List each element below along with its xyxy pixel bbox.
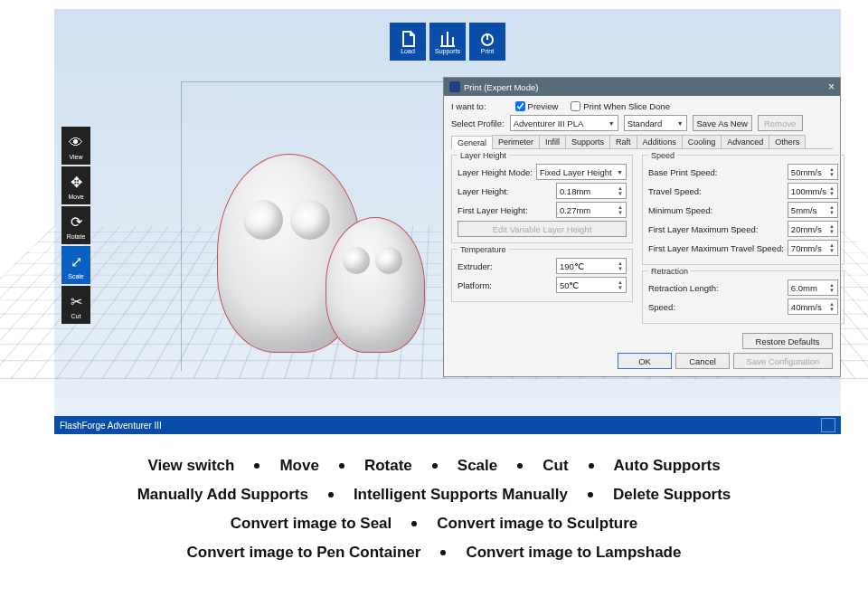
- bullet-icon: [339, 463, 344, 469]
- feature-item: Manually Add Supports: [137, 486, 308, 504]
- bullet-icon: [517, 463, 523, 469]
- retract-length-input[interactable]: 6.0mm▲▼: [788, 280, 838, 296]
- cut-label: Cut: [71, 313, 81, 319]
- print-dialog: Print (Expert Mode) × I want to: Preview…: [443, 77, 841, 377]
- scale-tool[interactable]: ⤢Scale: [61, 246, 90, 284]
- bullet-icon: [328, 492, 334, 498]
- supports-button[interactable]: Supports: [429, 23, 466, 61]
- power-icon: [478, 30, 496, 48]
- print-slice-done-checkbox[interactable]: Print When Slice Done: [571, 101, 670, 111]
- select-profile-label: Select Profile:: [451, 118, 505, 128]
- scale-icon: ⤢: [65, 251, 87, 273]
- spinner-icon: ▲▼: [829, 223, 835, 234]
- feature-item: Convert image to Seal: [231, 515, 392, 533]
- preview-text: Preview: [528, 101, 559, 111]
- tab-general[interactable]: General: [451, 136, 493, 149]
- min-speed-input[interactable]: 5mm/s▲▼: [788, 202, 838, 218]
- spinner-icon: ▲▼: [618, 204, 623, 215]
- tab-advanced[interactable]: Advanced: [721, 135, 769, 148]
- preview-checkbox[interactable]: Preview: [515, 101, 559, 111]
- temperature-legend: Temperature: [458, 245, 509, 254]
- extruder-label: Extruder:: [458, 261, 552, 271]
- rotate-label: Rotate: [67, 233, 86, 240]
- bullet-icon: [440, 550, 446, 555]
- spinner-icon: ▲▼: [829, 166, 835, 177]
- fl-trav-speed-label: First Layer Maximum Travel Speed:: [648, 243, 784, 253]
- cancel-button[interactable]: Cancel: [675, 353, 730, 369]
- lh-mode-select[interactable]: Fixed Layer Height▼: [536, 164, 627, 180]
- move-label: Move: [68, 194, 83, 200]
- tab-raft[interactable]: Raft: [609, 135, 637, 148]
- ok-button[interactable]: OK: [618, 353, 672, 369]
- dialog-title: Print (Expert Mode): [464, 82, 538, 92]
- feature-item: Intelligent Supports Manually: [354, 486, 568, 504]
- edit-variable-lh-button[interactable]: Edit Variable Layer Height: [458, 221, 627, 237]
- loaded-model[interactable]: [217, 145, 452, 371]
- feature-item: Convert image to Sculpture: [437, 515, 637, 533]
- spinner-icon: ▲▼: [618, 280, 623, 290]
- print-button[interactable]: Print: [469, 23, 505, 61]
- rotate-tool[interactable]: ⟳Rotate: [61, 206, 90, 244]
- travel-speed-input[interactable]: 100mm/s▲▼: [788, 183, 838, 199]
- profile-select[interactable]: Adventurer III PLA▼: [510, 115, 618, 131]
- spinner-icon: ▲▼: [829, 282, 835, 293]
- feature-item: Move: [279, 457, 318, 475]
- layer-height-legend: Layer Height: [458, 151, 509, 160]
- bullet-icon: [589, 463, 594, 469]
- remove-button[interactable]: Remove: [758, 115, 803, 131]
- temperature-group: Temperature Extruder:190℃▲▼ Platform:50℃…: [451, 249, 633, 302]
- move-tool[interactable]: ✥Move: [61, 166, 90, 204]
- printer-name: FlashForge Adventurer III: [60, 421, 162, 431]
- retraction-legend: Retraction: [648, 267, 691, 276]
- save-config-button[interactable]: Save Configuration: [733, 353, 833, 369]
- tab-others[interactable]: Others: [769, 135, 806, 148]
- view-tool[interactable]: 👁View: [61, 127, 90, 165]
- layer-height-group: Layer Height Layer Height Mode:Fixed Lay…: [451, 155, 633, 243]
- quality-select[interactable]: Standard▼: [624, 115, 687, 131]
- spinner-icon: ▲▼: [829, 185, 835, 196]
- speed-group: Speed Base Print Speed:50mm/s▲▼ Travel S…: [642, 155, 844, 265]
- tab-infill[interactable]: Infill: [539, 135, 566, 148]
- tab-additions[interactable]: Additions: [637, 135, 683, 148]
- retract-length-label: Retraction Length:: [648, 283, 784, 293]
- tab-cooling[interactable]: Cooling: [682, 135, 722, 148]
- cut-icon: ✂: [65, 291, 87, 313]
- tab-supports[interactable]: Supports: [565, 135, 610, 148]
- cut-tool[interactable]: ✂Cut: [61, 286, 90, 324]
- chevron-down-icon: ▼: [677, 120, 684, 127]
- restore-defaults-button[interactable]: Restore Defaults: [742, 333, 833, 349]
- fl-trav-speed-input[interactable]: 70mm/s▲▼: [788, 240, 838, 256]
- lh-height-input[interactable]: 0.18mm▲▼: [556, 183, 627, 199]
- feature-item: Rotate: [364, 457, 412, 475]
- speed-legend: Speed: [648, 151, 677, 160]
- platform-temp-input[interactable]: 50℃▲▼: [556, 277, 627, 293]
- base-speed-input[interactable]: 50mm/s▲▼: [788, 164, 838, 180]
- fl-max-speed-input[interactable]: 20mm/s▲▼: [788, 221, 838, 237]
- scale-label: Scale: [68, 273, 84, 280]
- lh-first-input[interactable]: 0.27mm▲▼: [556, 202, 627, 218]
- status-corner-icon[interactable]: [821, 418, 835, 432]
- chevron-down-icon: ▼: [609, 120, 615, 127]
- feature-item: Scale: [458, 457, 497, 475]
- load-button[interactable]: Load: [390, 23, 426, 61]
- top-toolbar: Load Supports Print: [390, 23, 505, 61]
- dialog-titlebar[interactable]: Print (Expert Mode) ×: [444, 78, 840, 96]
- retract-speed-input[interactable]: 40mm/s▲▼: [788, 299, 838, 315]
- print-slice-done-text: Print When Slice Done: [583, 101, 670, 111]
- retraction-group: Retraction Retraction Length:6.0mm▲▼ Spe…: [642, 270, 844, 324]
- spinner-icon: ▲▼: [829, 204, 835, 215]
- feature-item: Convert image to Pen Container: [187, 544, 421, 562]
- settings-tabs: General Perimeter Infill Supports Raft A…: [451, 135, 833, 149]
- close-icon[interactable]: ×: [828, 81, 835, 93]
- bullet-icon: [432, 463, 438, 469]
- tab-perimeter[interactable]: Perimeter: [492, 135, 540, 148]
- owl-small: [326, 217, 425, 353]
- feature-item: Convert image to Lampshade: [466, 544, 681, 562]
- save-as-new-button[interactable]: Save As New: [693, 115, 752, 131]
- base-speed-label: Base Print Speed:: [648, 167, 784, 177]
- retract-speed-label: Speed:: [648, 302, 784, 312]
- profile-value: Adventurer III PLA: [514, 118, 584, 128]
- extruder-temp-input[interactable]: 190℃▲▼: [556, 258, 627, 274]
- feature-item: Cut: [542, 457, 568, 475]
- feature-item: Delete Supports: [613, 486, 731, 504]
